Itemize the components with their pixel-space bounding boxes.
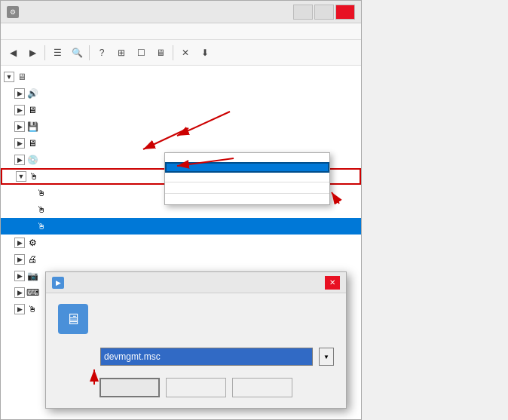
hid1-icon: 🖱 [35, 187, 47, 199]
menu-bar [1, 23, 361, 40]
monitor-button[interactable]: 🖥 [151, 44, 170, 62]
root-expand[interactable]: ▼ [4, 72, 14, 82]
menu-file[interactable] [4, 30, 16, 33]
computer-icon2: 🖥 [26, 104, 38, 116]
run-cancel-button[interactable] [166, 378, 226, 397]
close-button[interactable] [335, 5, 355, 20]
imaging-icon: 📷 [26, 270, 38, 282]
run-input-row: ▼ [46, 345, 346, 375]
ctx-disable[interactable] [165, 162, 329, 173]
toolbar-separator-3 [173, 45, 173, 60]
minimize-button[interactable] [293, 5, 313, 20]
toolbar-separator-2 [89, 45, 90, 60]
dvd-expand[interactable]: ▶ [14, 155, 25, 165]
view2-button[interactable]: ☐ [132, 44, 150, 62]
ctx-uninstall[interactable] [165, 173, 329, 180]
disk-expand[interactable]: ▶ [14, 121, 25, 132]
ide-icon: ⚙ [26, 237, 38, 249]
properties-button[interactable]: ☰ [48, 44, 66, 62]
dvd-icon: 💿 [26, 154, 38, 166]
tree-item-ieee[interactable]: ▶ 🖨 [1, 251, 361, 268]
disable-button[interactable]: ✕ [176, 44, 194, 62]
update-button[interactable]: ⬇ [196, 44, 214, 62]
tree-item-display[interactable]: ▶ 🖥 [1, 135, 361, 152]
run-dropdown-button[interactable]: ▼ [319, 348, 334, 366]
tree-item-computer[interactable]: ▶ 🖥 [1, 102, 361, 118]
kb-expand[interactable]: ▶ [14, 287, 25, 298]
audio-expand[interactable]: ▶ [14, 88, 25, 99]
view1-button[interactable]: ⊞ [112, 44, 130, 62]
tree-root[interactable]: ▼ 🖥 [1, 69, 361, 85]
computer-expand[interactable]: ▶ [14, 105, 25, 115]
run-title-bar: ▶ ✕ [46, 272, 346, 293]
ctx-separator2 [165, 193, 329, 194]
mice-icon: 🖱 [26, 303, 38, 315]
run-ok-button[interactable] [99, 378, 160, 397]
run-icon: ▶ [52, 277, 64, 289]
menu-action[interactable] [16, 30, 28, 33]
ide-expand[interactable]: ▶ [14, 238, 25, 248]
tree-item-diskdrives[interactable]: ▶ 💾 [1, 118, 361, 135]
tree-item-ide[interactable]: ▶ ⚙ [1, 235, 361, 251]
ctx-update[interactable] [165, 155, 329, 162]
scan-button[interactable]: 🔍 [68, 44, 86, 62]
maximize-button[interactable] [314, 5, 334, 20]
usb-icon: 🖱 [35, 220, 47, 232]
help-button[interactable]: ? [93, 44, 111, 62]
kb-icon: ⌨ [26, 287, 38, 299]
window-icon: ⚙ [7, 6, 19, 18]
tree-item-audio[interactable]: ▶ 🔊 [1, 85, 361, 102]
ctx-properties[interactable] [165, 195, 329, 203]
toolbar: ◀ ▶ ☰ 🔍 ? ⊞ ☐ 🖥 ✕ ⬇ [1, 40, 361, 66]
ctx-separator [165, 182, 329, 182]
forward-button[interactable]: ▶ [23, 44, 41, 62]
context-menu [164, 152, 330, 205]
run-browse-button[interactable] [232, 378, 292, 397]
run-body: 🖥 [46, 293, 346, 345]
ieee-icon: 🖨 [26, 253, 38, 265]
ctx-scan[interactable] [165, 184, 329, 192]
hid-expand[interactable]: ▼ [16, 171, 26, 182]
menu-help[interactable] [40, 30, 52, 33]
mice-expand[interactable]: ▶ [14, 304, 25, 314]
imaging-expand[interactable]: ▶ [14, 271, 25, 281]
title-bar: ⚙ [1, 1, 361, 23]
ieee-expand[interactable]: ▶ [14, 254, 25, 265]
tree-item-usb[interactable]: 🖱 [1, 218, 361, 235]
menu-view[interactable] [28, 30, 40, 33]
display-expand[interactable]: ▶ [14, 138, 25, 149]
audio-icon: 🔊 [26, 87, 38, 100]
run-input-field[interactable] [100, 348, 313, 366]
run-button-row [46, 375, 346, 408]
hid2-icon: 🖱 [35, 204, 47, 216]
title-controls [293, 5, 355, 20]
disk-icon: 💾 [26, 121, 38, 133]
hid-icon: 🖱 [28, 170, 40, 182]
computer-icon: 🖥 [16, 71, 28, 83]
toolbar-separator-1 [44, 45, 45, 60]
run-big-icon: 🖥 [58, 304, 88, 334]
run-close-button[interactable]: ✕ [325, 276, 340, 290]
run-dialog: ▶ ✕ 🖥 ▼ [45, 271, 347, 409]
back-button[interactable]: ◀ [4, 44, 22, 62]
display-icon: 🖥 [26, 137, 38, 149]
